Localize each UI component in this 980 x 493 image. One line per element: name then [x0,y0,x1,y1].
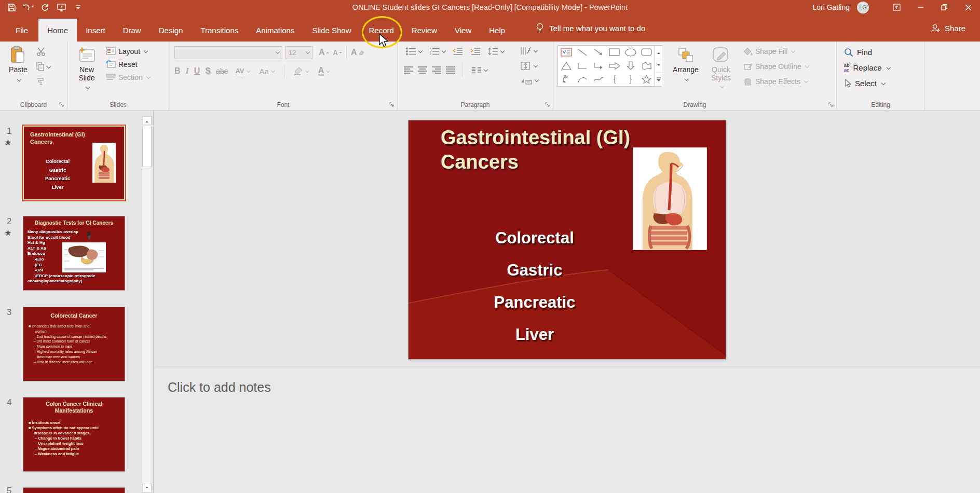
quick-styles-button[interactable]: Quick Styles [706,45,736,90]
shape-outline-button[interactable]: Shape Outline [743,60,809,73]
undo-dropdown-icon[interactable] [31,6,34,9]
tab-insert[interactable]: Insert [77,19,114,42]
shape-fill-dropdown-icon[interactable] [791,48,795,52]
new-slide-button[interactable]: New Slide [72,45,102,91]
undo-button[interactable] [20,1,36,14]
notes-pane[interactable]: Click to add notes [154,366,980,493]
paste-dropdown-icon[interactable] [17,77,21,81]
shape-star[interactable] [638,73,655,86]
find-button[interactable]: Find [844,45,890,59]
align-center-button[interactable] [418,66,427,74]
font-name-combobox[interactable] [174,46,282,59]
increase-indent-button[interactable] [468,46,483,57]
font-size-dropdown-icon[interactable] [306,50,310,54]
font-dialog-launcher[interactable] [389,102,395,108]
paste-button[interactable]: Paste [3,45,33,84]
font-size-combobox[interactable]: 12 [285,46,312,59]
redo-button[interactable] [36,1,53,14]
drawing-dialog-launcher[interactable] [828,102,834,108]
font-name-dropdown-icon[interactable] [276,50,280,54]
tab-review[interactable]: Review [403,19,446,42]
underline-button[interactable]: U [194,66,200,76]
clear-formatting-button[interactable]: A [349,46,366,59]
close-button[interactable] [956,0,980,15]
italic-button[interactable]: I [186,66,189,76]
columns-button[interactable] [469,65,489,76]
text-highlight-dropdown-icon[interactable] [305,69,309,73]
copy-dropdown-icon[interactable] [47,64,51,68]
shape-fill-button[interactable]: Shape Fill [743,45,809,58]
shape-right-brace[interactable] [622,73,638,86]
new-slide-dropdown-icon[interactable] [85,85,89,89]
shape-effects-button[interactable]: Shape Effects [743,75,809,88]
align-left-button[interactable] [404,66,413,74]
shape-elbow-arrow-connector[interactable] [590,59,606,72]
section-button[interactable]: Section [106,71,150,84]
tell-me-box[interactable]: Tell me what you want to do [536,15,645,42]
save-button[interactable] [3,1,20,14]
thumbnail-scrollbar-thumb[interactable] [142,126,152,167]
font-color-button[interactable]: A [316,65,332,77]
align-text-dropdown-icon[interactable] [534,63,538,67]
bold-button[interactable]: B [174,66,181,76]
arrange-dropdown-icon[interactable] [684,77,688,81]
notes-placeholder[interactable]: Click to add notes [168,380,271,395]
change-case-button[interactable]: Aa [257,65,277,77]
decrease-indent-button[interactable] [451,46,465,57]
avatar[interactable]: LG [857,2,869,13]
arrange-button[interactable]: Arrange [671,45,701,83]
shape-down-arrow[interactable] [622,59,638,72]
slide-4-mini[interactable]: Colon Cancer Clinical Manifestations ■ I… [23,398,125,471]
line-spacing-button[interactable] [486,46,506,57]
layout-button[interactable]: Layout [106,45,150,58]
shapes-scroll-down-button[interactable] [655,59,662,73]
slide-3-mini[interactable]: Colorectal Cancer ■ Of cancers that affe… [23,307,125,381]
numbering-dropdown-icon[interactable] [442,49,446,53]
shape-text-box[interactable] [558,46,574,59]
shape-arrow[interactable] [590,46,606,59]
tab-design[interactable]: Design [150,19,192,42]
shape-rounded-rectangle[interactable] [638,46,655,59]
start-from-beginning-button[interactable] [53,1,70,14]
text-direction-dropdown-icon[interactable] [534,48,538,52]
bullets-button[interactable] [404,46,424,57]
justify-button[interactable] [446,66,455,74]
signed-in-user[interactable]: Lori Gatling [812,3,850,11]
slide-canvas[interactable]: Gastrointestinal (GI) Cancers Colorectal… [409,120,726,359]
section-dropdown-icon[interactable] [146,74,150,78]
slide-body-list[interactable]: Colorectal Gastric Pancreatic Liver [423,222,646,351]
shape-outline-dropdown-icon[interactable] [805,63,809,67]
decrease-font-size-button[interactable]: A [331,47,344,58]
cut-button[interactable] [34,46,52,58]
replace-button[interactable]: abacReplace [844,61,890,75]
minimize-button[interactable] [908,0,932,15]
shape-effects-dropdown-icon[interactable] [804,78,808,83]
change-case-dropdown-icon[interactable] [271,69,275,73]
slide-1-mini[interactable]: Gastrointestinal (GI) Cancers Colorectal… [23,126,125,200]
restore-button[interactable] [932,0,956,15]
replace-dropdown-icon[interactable] [886,65,890,69]
smartart-dropdown-icon[interactable] [535,78,539,82]
thumbnail-scroll-down-button[interactable] [142,484,152,492]
shape-rectangle[interactable] [606,46,622,59]
character-spacing-button[interactable]: AV [233,65,252,77]
increase-font-size-button[interactable]: A [317,46,331,59]
slide-2-mini[interactable]: Diagnostic Tests for GI Cancers Many dia… [23,216,125,290]
shape-right-arrow[interactable] [606,59,622,72]
bullets-dropdown-icon[interactable] [418,49,423,53]
numbering-button[interactable] [427,46,447,57]
align-text-button[interactable] [518,60,540,72]
shape-freeform[interactable] [638,59,655,72]
character-spacing-dropdown-icon[interactable] [246,69,250,73]
thumbnail-slide-2[interactable]: 2 Diagnostic Tests for GI Cancers Many d… [0,215,139,292]
text-highlight-button[interactable] [292,65,311,77]
thumbnail-slide-1[interactable]: 1 Gastrointestinal (GI) Cancers Colorect… [0,125,139,202]
animation-star-icon[interactable] [5,139,11,146]
format-painter-button[interactable] [34,76,52,87]
share-button[interactable]: Share [931,15,965,42]
slide-5-mini[interactable] [23,488,125,493]
shape-oval[interactable] [622,46,638,59]
text-shadow-button[interactable]: S [205,66,211,76]
shape-triangle[interactable] [558,59,574,72]
thumbnail-scrollbar[interactable] [142,116,152,493]
